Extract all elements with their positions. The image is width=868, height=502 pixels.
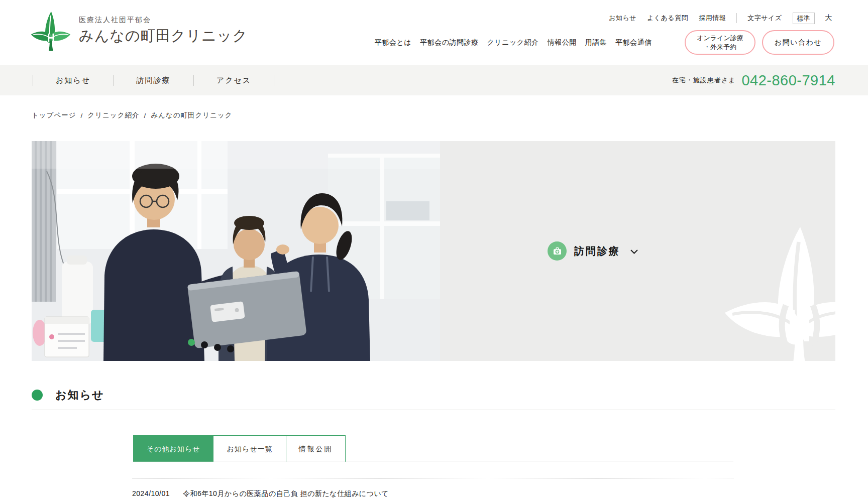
logo-text: 医療法人社団平郁会 みんなの町田クリニック: [79, 11, 248, 46]
news-tabs: その他お知らせ お知らせ一覧 情報公開: [133, 435, 346, 462]
online-reservation-button[interactable]: オンライン診療 ・外来予約: [685, 30, 755, 55]
leaf-watermark-icon: [723, 225, 835, 361]
sub-nav-items: お知らせ 訪問診療 アクセス: [33, 65, 274, 95]
clinic-staff-photo-illustration: [32, 141, 440, 361]
hero-photo: [32, 141, 440, 361]
phone-number[interactable]: 042-860-7914: [741, 72, 835, 89]
tab-oshirase-ichiran[interactable]: お知らせ一覧: [213, 436, 286, 462]
sub-nav-access[interactable]: アクセス: [194, 76, 274, 85]
breadcrumb-current: みんなの町田クリニック: [151, 111, 232, 120]
main-nav-about[interactable]: 平郁会とは: [375, 38, 411, 47]
main-nav-disclosure[interactable]: 情報公開: [548, 38, 577, 47]
main-nav-houmon-shinryo[interactable]: 平郁会の訪問診療: [420, 38, 478, 47]
main-nav-clinics[interactable]: クリニック紹介: [487, 38, 538, 47]
news-item-title: 令和6年10月からの医薬品の自己負 担の新たな仕組みについて: [183, 489, 389, 498]
tab-joho-kokai[interactable]: 情報公開: [286, 436, 346, 462]
sub-nav-oshirase[interactable]: お知らせ: [33, 76, 113, 85]
chevron-down-icon: [630, 249, 638, 254]
font-size-large-button[interactable]: 大: [825, 14, 832, 23]
tab-underline: [133, 461, 733, 461]
utility-divider: [736, 13, 737, 23]
online-reservation-line2: ・外来予約: [704, 43, 736, 52]
site-header: 医療法人社団平郁会 みんなの町田クリニック お知らせ よくある質問 採用情報 文…: [0, 0, 868, 65]
main-nav-glossary[interactable]: 用語集: [585, 38, 607, 47]
contact-button-label: お問い合わせ: [775, 38, 822, 47]
sub-nav-divider: [274, 75, 274, 86]
utility-link-faq[interactable]: よくある質問: [647, 14, 688, 23]
phone-label: 在宅・施設患者さま: [672, 76, 736, 85]
news-item-date: 2024/10/01: [132, 489, 174, 497]
breadcrumb-separator: /: [144, 112, 146, 119]
utility-nav: お知らせ よくある質問 採用情報 文字サイズ 標準 大: [609, 11, 832, 25]
logo-leaf-icon: [30, 11, 71, 51]
news-item[interactable]: 2024/10/01 令和6年10月からの医薬品の自己負 担の新たな仕組みについ…: [132, 478, 733, 498]
houmon-shinryo-label: 訪問診療: [574, 244, 620, 258]
site-logo[interactable]: 医療法人社団平郁会 みんなの町田クリニック: [30, 11, 248, 51]
news-section-heading: お知らせ: [32, 388, 104, 403]
breadcrumb-clinics[interactable]: クリニック紹介: [87, 111, 139, 120]
green-dot-icon: [32, 390, 43, 401]
hero-section: 訪問診療: [32, 141, 835, 361]
font-size-label: 文字サイズ: [747, 14, 782, 23]
font-size-standard-button[interactable]: 標準: [793, 13, 815, 24]
contact-button[interactable]: お問い合わせ: [762, 30, 834, 55]
tab-sonota-oshirase[interactable]: その他お知らせ: [133, 436, 213, 462]
breadcrumb-home[interactable]: トップページ: [32, 111, 76, 120]
utility-link-recruit[interactable]: 採用情報: [699, 14, 726, 23]
sub-nav-bar: お知らせ 訪問診療 アクセス 在宅・施設患者さま 042-860-7914: [0, 65, 868, 95]
logo-clinic-name: みんなの町田クリニック: [79, 26, 248, 46]
hero-panel: 訪問診療: [440, 141, 835, 361]
phone-block: 在宅・施設患者さま 042-860-7914: [672, 65, 835, 95]
news-heading-text: お知らせ: [55, 388, 104, 403]
main-nav-newsletter[interactable]: 平郁会通信: [615, 38, 652, 47]
logo-group-name: 医療法人社団平郁会: [79, 16, 248, 25]
section-divider: [32, 410, 835, 410]
medical-bag-icon: [548, 241, 567, 261]
sub-nav-houmon-shinryo[interactable]: 訪問診療: [114, 76, 193, 85]
breadcrumb-separator: /: [81, 112, 83, 119]
utility-link-oshirase[interactable]: お知らせ: [609, 14, 636, 23]
houmon-shinryo-anchor[interactable]: 訪問診療: [548, 241, 638, 261]
main-nav: 平郁会とは 平郁会の訪問診療 クリニック紹介 情報公開 用語集 平郁会通信: [375, 38, 652, 47]
online-reservation-line1: オンライン診療: [697, 34, 743, 43]
breadcrumb: トップページ / クリニック紹介 / みんなの町田クリニック: [32, 111, 233, 120]
page: 医療法人社団平郁会 みんなの町田クリニック お知らせ よくある質問 採用情報 文…: [0, 0, 868, 502]
news-list: 2024/10/01 令和6年10月からの医薬品の自己負 担の新たな仕組みについ…: [132, 478, 733, 498]
